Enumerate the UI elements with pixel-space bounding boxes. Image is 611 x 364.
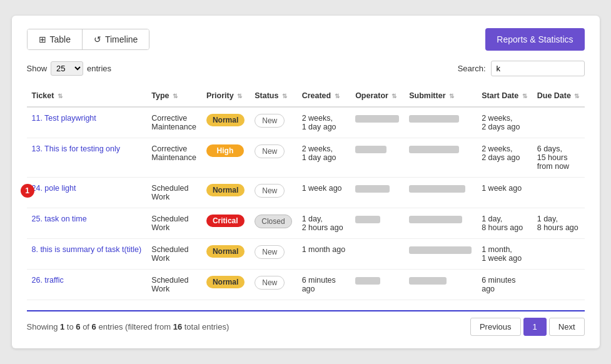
cell-priority: Critical xyxy=(201,208,250,239)
search-bar: Search: xyxy=(458,61,585,76)
cell-operator xyxy=(350,107,404,138)
cell-status: New xyxy=(250,138,296,178)
table-row: 13. This is for testing only CorrectiveM… xyxy=(27,138,585,178)
ticket-link[interactable]: 13. This is for testing only xyxy=(32,144,142,153)
sort-icon-submitter: ⇅ xyxy=(449,93,454,99)
cell-priority: Normal xyxy=(201,107,250,138)
col-start-date: Start Date ⇅ xyxy=(477,85,532,107)
sort-icon-created: ⇅ xyxy=(335,93,340,99)
table-body: 11. Test playwright CorrectiveMaintenanc… xyxy=(27,107,585,300)
operator-value xyxy=(355,185,390,193)
cell-type: ScheduledWork xyxy=(146,270,201,300)
cell-start-date: 1 week ago xyxy=(477,178,532,208)
status-badge: Closed xyxy=(255,215,291,228)
cell-operator xyxy=(350,138,404,178)
page-1-button[interactable]: 1 xyxy=(523,318,547,336)
sort-icon-type: ⇅ xyxy=(173,93,178,99)
col-priority: Priority ⇅ xyxy=(201,85,250,107)
cell-created: 1 month ago xyxy=(297,239,351,270)
cell-due-date: 1 day,8 hours ago xyxy=(532,208,585,239)
col-status: Status ⇅ xyxy=(250,85,296,107)
ticket-link[interactable]: 11. Test playwright xyxy=(32,114,142,123)
table-header: Ticket ⇅ Type ⇅ Priority ⇅ Status ⇅ Crea… xyxy=(27,85,585,107)
cell-submitter xyxy=(404,270,477,300)
cell-start-date: 6 minutesago xyxy=(477,270,532,300)
cell-due-date xyxy=(532,270,585,300)
next-button[interactable]: Next xyxy=(549,318,585,336)
submitter-value xyxy=(409,277,447,285)
table-icon: ⊞ xyxy=(39,34,46,44)
table-row: 25. task on time ScheduledWork Critical … xyxy=(27,208,585,239)
reports-statistics-button[interactable]: Reports & Statistics xyxy=(485,28,584,51)
cell-ticket: 8. this is summary of task t(title) xyxy=(27,239,147,270)
cell-submitter xyxy=(404,208,477,239)
cell-submitter xyxy=(404,239,477,270)
entries-select[interactable]: 25 10 50 100 xyxy=(51,61,83,76)
priority-badge: High xyxy=(206,144,244,157)
search-label: Search: xyxy=(458,64,486,73)
row-badge-indicator: 1 xyxy=(21,184,34,198)
operator-value xyxy=(355,115,399,123)
cell-created: 1 week ago xyxy=(297,178,351,208)
controls-bar: Show 25 10 50 100 entries Search: xyxy=(27,61,585,76)
cell-type: CorrectiveMaintenance xyxy=(146,138,201,178)
status-badge: New xyxy=(255,144,285,158)
col-type: Type ⇅ xyxy=(146,85,201,107)
cell-due-date xyxy=(532,107,585,138)
cell-status: New xyxy=(250,239,296,270)
cell-priority: Normal xyxy=(201,270,250,300)
show-entries-group: Show 25 10 50 100 entries xyxy=(27,61,112,76)
cell-ticket: 13. This is for testing only xyxy=(27,138,147,178)
sort-icon-due: ⇅ xyxy=(574,93,579,99)
col-operator: Operator ⇅ xyxy=(350,85,404,107)
cell-ticket: 1 24. pole light xyxy=(27,178,147,208)
cell-status: New xyxy=(250,178,296,208)
tab-timeline-label: Timeline xyxy=(105,34,138,44)
col-ticket: Ticket ⇅ xyxy=(27,85,147,107)
tickets-table: Ticket ⇅ Type ⇅ Priority ⇅ Status ⇅ Crea… xyxy=(27,85,585,300)
cell-priority: High xyxy=(201,138,250,178)
cell-start-date: 1 day,8 hours ago xyxy=(477,208,532,239)
footer-bar: Showing 1 to 6 of 6 entries (filtered fr… xyxy=(27,310,585,336)
cell-priority: Normal xyxy=(201,178,250,208)
table-row: 8. this is summary of task t(title) Sche… xyxy=(27,239,585,270)
cell-start-date: 2 weeks,2 days ago xyxy=(477,107,532,138)
cell-operator xyxy=(350,178,404,208)
previous-button[interactable]: Previous xyxy=(470,318,521,336)
cell-operator xyxy=(350,208,404,239)
ticket-link[interactable]: 26. traffic xyxy=(32,276,142,285)
tab-group: ⊞ Table ↺ Timeline xyxy=(27,29,150,50)
ticket-link[interactable]: 8. this is summary of task t(title) xyxy=(32,245,142,254)
cell-created: 1 day,2 hours ago xyxy=(297,208,351,239)
tab-timeline[interactable]: ↺ Timeline xyxy=(83,29,149,49)
cell-ticket: 11. Test playwright xyxy=(27,107,147,138)
status-badge: New xyxy=(255,245,285,259)
cell-submitter xyxy=(404,138,477,178)
tab-table-label: Table xyxy=(50,34,71,44)
cell-due-date: 6 days,15 hoursfrom now xyxy=(532,138,585,178)
show-label: Show xyxy=(27,64,48,73)
cell-start-date: 1 month,1 week ago xyxy=(477,239,532,270)
status-badge: New xyxy=(255,184,285,198)
cell-start-date: 2 weeks,2 days ago xyxy=(477,138,532,178)
sort-icon-priority: ⇅ xyxy=(237,93,242,99)
submitter-value xyxy=(409,185,465,193)
pagination: Previous 1 Next xyxy=(470,318,585,336)
cell-due-date xyxy=(532,239,585,270)
sort-icon-status: ⇅ xyxy=(282,93,287,99)
sort-icon-ticket: ⇅ xyxy=(58,93,63,99)
tab-table[interactable]: ⊞ Table xyxy=(28,29,83,49)
showing-text: Showing 1 to 6 of 6 entries (filtered fr… xyxy=(27,322,230,331)
cell-due-date xyxy=(532,178,585,208)
submitter-value xyxy=(409,246,472,254)
submitter-value xyxy=(409,146,459,153)
status-badge: New xyxy=(255,114,285,128)
cell-operator xyxy=(350,270,404,300)
ticket-link[interactable]: 25. task on time xyxy=(32,215,142,223)
cell-created: 6 minutesago xyxy=(297,270,351,300)
search-input[interactable] xyxy=(491,61,585,76)
operator-value xyxy=(355,277,380,285)
table-row: 26. traffic ScheduledWork Normal New 6 m… xyxy=(27,270,585,300)
timeline-icon: ↺ xyxy=(94,34,101,44)
ticket-link[interactable]: 24. pole light xyxy=(32,184,142,193)
